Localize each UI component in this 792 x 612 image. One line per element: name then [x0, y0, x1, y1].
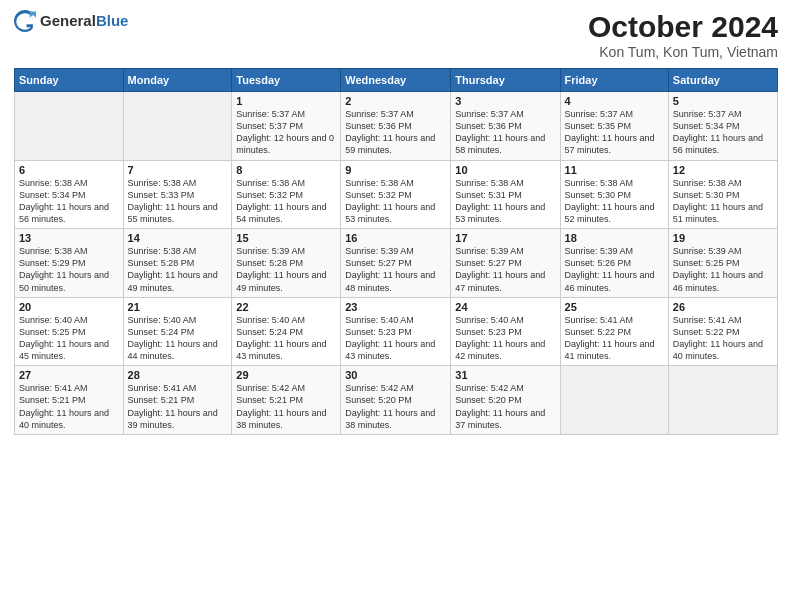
calendar-cell: 16Sunrise: 5:39 AMSunset: 5:27 PMDayligh…: [341, 229, 451, 298]
page-subtitle: Kon Tum, Kon Tum, Vietnam: [588, 44, 778, 60]
calendar-cell: 18Sunrise: 5:39 AMSunset: 5:26 PMDayligh…: [560, 229, 668, 298]
cell-day-number: 6: [19, 164, 119, 176]
cell-info: Sunrise: 5:38 AMSunset: 5:32 PMDaylight:…: [345, 177, 446, 226]
cell-day-number: 20: [19, 301, 119, 313]
calendar-cell: 31Sunrise: 5:42 AMSunset: 5:20 PMDayligh…: [451, 366, 560, 435]
calendar-cell: [123, 92, 232, 161]
cell-info: Sunrise: 5:37 AMSunset: 5:35 PMDaylight:…: [565, 108, 664, 157]
cell-info: Sunrise: 5:38 AMSunset: 5:33 PMDaylight:…: [128, 177, 228, 226]
calendar-cell: 24Sunrise: 5:40 AMSunset: 5:23 PMDayligh…: [451, 297, 560, 366]
cell-info: Sunrise: 5:40 AMSunset: 5:24 PMDaylight:…: [128, 314, 228, 363]
cell-day-number: 30: [345, 369, 446, 381]
cell-day-number: 3: [455, 95, 555, 107]
cell-day-number: 10: [455, 164, 555, 176]
cell-day-number: 4: [565, 95, 664, 107]
calendar-cell: 3Sunrise: 5:37 AMSunset: 5:36 PMDaylight…: [451, 92, 560, 161]
calendar-week-row: 13Sunrise: 5:38 AMSunset: 5:29 PMDayligh…: [15, 229, 778, 298]
calendar-cell: 25Sunrise: 5:41 AMSunset: 5:22 PMDayligh…: [560, 297, 668, 366]
cell-info: Sunrise: 5:42 AMSunset: 5:20 PMDaylight:…: [455, 382, 555, 431]
calendar-cell: 15Sunrise: 5:39 AMSunset: 5:28 PMDayligh…: [232, 229, 341, 298]
cell-info: Sunrise: 5:38 AMSunset: 5:32 PMDaylight:…: [236, 177, 336, 226]
cell-info: Sunrise: 5:39 AMSunset: 5:27 PMDaylight:…: [345, 245, 446, 294]
cell-info: Sunrise: 5:40 AMSunset: 5:25 PMDaylight:…: [19, 314, 119, 363]
calendar-week-row: 6Sunrise: 5:38 AMSunset: 5:34 PMDaylight…: [15, 160, 778, 229]
calendar-header-cell: Friday: [560, 69, 668, 92]
cell-day-number: 21: [128, 301, 228, 313]
calendar-cell: 14Sunrise: 5:38 AMSunset: 5:28 PMDayligh…: [123, 229, 232, 298]
cell-day-number: 31: [455, 369, 555, 381]
calendar-cell: [560, 366, 668, 435]
cell-day-number: 8: [236, 164, 336, 176]
cell-info: Sunrise: 5:40 AMSunset: 5:23 PMDaylight:…: [345, 314, 446, 363]
cell-info: Sunrise: 5:39 AMSunset: 5:25 PMDaylight:…: [673, 245, 773, 294]
calendar-cell: 19Sunrise: 5:39 AMSunset: 5:25 PMDayligh…: [668, 229, 777, 298]
cell-info: Sunrise: 5:37 AMSunset: 5:36 PMDaylight:…: [345, 108, 446, 157]
calendar-cell: 17Sunrise: 5:39 AMSunset: 5:27 PMDayligh…: [451, 229, 560, 298]
calendar-cell: 2Sunrise: 5:37 AMSunset: 5:36 PMDaylight…: [341, 92, 451, 161]
calendar-header-cell: Saturday: [668, 69, 777, 92]
cell-info: Sunrise: 5:42 AMSunset: 5:21 PMDaylight:…: [236, 382, 336, 431]
calendar-cell: 11Sunrise: 5:38 AMSunset: 5:30 PMDayligh…: [560, 160, 668, 229]
cell-info: Sunrise: 5:42 AMSunset: 5:20 PMDaylight:…: [345, 382, 446, 431]
calendar-cell: 22Sunrise: 5:40 AMSunset: 5:24 PMDayligh…: [232, 297, 341, 366]
cell-day-number: 18: [565, 232, 664, 244]
calendar-header-cell: Tuesday: [232, 69, 341, 92]
calendar-header-row: SundayMondayTuesdayWednesdayThursdayFrid…: [15, 69, 778, 92]
cell-info: Sunrise: 5:38 AMSunset: 5:30 PMDaylight:…: [673, 177, 773, 226]
cell-day-number: 25: [565, 301, 664, 313]
calendar-cell: 10Sunrise: 5:38 AMSunset: 5:31 PMDayligh…: [451, 160, 560, 229]
logo-text: GeneralBlue: [40, 12, 128, 30]
cell-day-number: 7: [128, 164, 228, 176]
calendar-cell: 26Sunrise: 5:41 AMSunset: 5:22 PMDayligh…: [668, 297, 777, 366]
calendar-cell: 30Sunrise: 5:42 AMSunset: 5:20 PMDayligh…: [341, 366, 451, 435]
calendar-header-cell: Sunday: [15, 69, 124, 92]
cell-info: Sunrise: 5:37 AMSunset: 5:34 PMDaylight:…: [673, 108, 773, 157]
cell-day-number: 16: [345, 232, 446, 244]
svg-marker-0: [30, 12, 36, 18]
calendar-cell: 9Sunrise: 5:38 AMSunset: 5:32 PMDaylight…: [341, 160, 451, 229]
logo-general: General: [40, 12, 96, 29]
cell-day-number: 23: [345, 301, 446, 313]
cell-info: Sunrise: 5:38 AMSunset: 5:30 PMDaylight:…: [565, 177, 664, 226]
calendar-cell: 1Sunrise: 5:37 AMSunset: 5:37 PMDaylight…: [232, 92, 341, 161]
cell-info: Sunrise: 5:41 AMSunset: 5:22 PMDaylight:…: [565, 314, 664, 363]
cell-day-number: 14: [128, 232, 228, 244]
calendar-cell: 5Sunrise: 5:37 AMSunset: 5:34 PMDaylight…: [668, 92, 777, 161]
cell-info: Sunrise: 5:40 AMSunset: 5:23 PMDaylight:…: [455, 314, 555, 363]
calendar-cell: 29Sunrise: 5:42 AMSunset: 5:21 PMDayligh…: [232, 366, 341, 435]
cell-day-number: 27: [19, 369, 119, 381]
cell-info: Sunrise: 5:41 AMSunset: 5:21 PMDaylight:…: [128, 382, 228, 431]
header: GeneralBlue October 2024 Kon Tum, Kon Tu…: [14, 10, 778, 60]
cell-info: Sunrise: 5:37 AMSunset: 5:36 PMDaylight:…: [455, 108, 555, 157]
cell-day-number: 28: [128, 369, 228, 381]
calendar-cell: 21Sunrise: 5:40 AMSunset: 5:24 PMDayligh…: [123, 297, 232, 366]
cell-info: Sunrise: 5:40 AMSunset: 5:24 PMDaylight:…: [236, 314, 336, 363]
calendar-week-row: 20Sunrise: 5:40 AMSunset: 5:25 PMDayligh…: [15, 297, 778, 366]
calendar-header-cell: Monday: [123, 69, 232, 92]
cell-info: Sunrise: 5:41 AMSunset: 5:21 PMDaylight:…: [19, 382, 119, 431]
cell-info: Sunrise: 5:39 AMSunset: 5:27 PMDaylight:…: [455, 245, 555, 294]
cell-day-number: 2: [345, 95, 446, 107]
cell-day-number: 19: [673, 232, 773, 244]
calendar-week-row: 1Sunrise: 5:37 AMSunset: 5:37 PMDaylight…: [15, 92, 778, 161]
calendar-cell: [668, 366, 777, 435]
cell-day-number: 9: [345, 164, 446, 176]
cell-day-number: 22: [236, 301, 336, 313]
cell-day-number: 17: [455, 232, 555, 244]
cell-info: Sunrise: 5:41 AMSunset: 5:22 PMDaylight:…: [673, 314, 773, 363]
title-block: October 2024 Kon Tum, Kon Tum, Vietnam: [588, 10, 778, 60]
cell-day-number: 29: [236, 369, 336, 381]
calendar-cell: 7Sunrise: 5:38 AMSunset: 5:33 PMDaylight…: [123, 160, 232, 229]
cell-info: Sunrise: 5:38 AMSunset: 5:31 PMDaylight:…: [455, 177, 555, 226]
calendar-cell: 20Sunrise: 5:40 AMSunset: 5:25 PMDayligh…: [15, 297, 124, 366]
cell-day-number: 26: [673, 301, 773, 313]
cell-day-number: 13: [19, 232, 119, 244]
calendar-header-cell: Thursday: [451, 69, 560, 92]
logo-icon: [14, 10, 36, 32]
calendar-cell: [15, 92, 124, 161]
calendar-cell: 13Sunrise: 5:38 AMSunset: 5:29 PMDayligh…: [15, 229, 124, 298]
page: GeneralBlue October 2024 Kon Tum, Kon Tu…: [0, 0, 792, 612]
logo: GeneralBlue: [14, 10, 128, 32]
calendar-cell: 4Sunrise: 5:37 AMSunset: 5:35 PMDaylight…: [560, 92, 668, 161]
cell-day-number: 15: [236, 232, 336, 244]
